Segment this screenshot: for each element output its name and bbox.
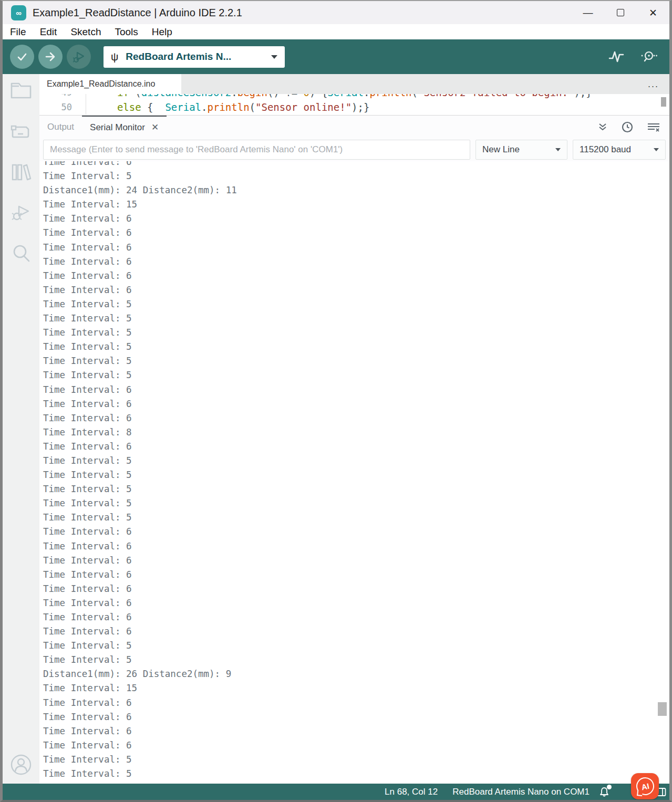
code-line: 49 if (distanceSensor2.begin() != 0) {Se… xyxy=(39,94,669,100)
baud-rate-value: 115200 baud xyxy=(580,144,631,155)
serial-line: Time Interval: 6 xyxy=(43,226,669,240)
tab-overflow-menu[interactable]: ... xyxy=(648,79,659,90)
serial-line: Time Interval: 6 xyxy=(43,283,669,297)
bug-play-icon xyxy=(72,50,86,64)
chevron-down-icon xyxy=(555,148,561,151)
code-editor[interactable]: 49 if (distanceSensor2.begin() != 0) {Se… xyxy=(39,94,669,115)
board-port-status: RedBoard Artemis Nano on COM1 xyxy=(452,787,590,797)
menu-file[interactable]: File xyxy=(3,26,33,38)
check-icon xyxy=(16,50,28,63)
menu-edit[interactable]: Edit xyxy=(33,26,64,38)
editor-scrollbar[interactable] xyxy=(661,97,666,107)
debug-sidebar-icon[interactable] xyxy=(9,201,33,224)
code-line: 50 else { Serial.println("Sensor online!… xyxy=(39,100,669,114)
maximize-icon xyxy=(617,9,624,16)
ai-assistant-button[interactable]: AI xyxy=(631,773,659,799)
serial-line: Distance1(mm): 26 Distance2(mm): 9 xyxy=(43,667,669,681)
boards-manager-icon[interactable] xyxy=(9,120,33,143)
serial-line: Time Interval: 5 xyxy=(43,340,669,354)
titlebar: ∞ Example1_ReadDistance | Arduino IDE 2.… xyxy=(3,1,669,24)
serial-monitor-tab-label: Serial Monitor xyxy=(90,122,145,133)
menu-help[interactable]: Help xyxy=(145,26,179,38)
menubar: FileEditSketchToolsHelp xyxy=(3,24,669,39)
arduino-logo-icon: ∞ xyxy=(11,5,26,20)
serial-line: Time Interval: 6 xyxy=(43,212,669,226)
tab-output[interactable]: Output xyxy=(39,116,82,138)
serial-monitor-icon[interactable] xyxy=(640,50,658,64)
upload-button[interactable] xyxy=(38,45,63,69)
close-button[interactable]: ✕ xyxy=(637,1,669,24)
serial-output-area[interactable]: Time Interval: 6Time Interval: 5Distance… xyxy=(39,161,669,784)
line-number: 50 xyxy=(39,100,86,114)
serial-line: Time Interval: 6 xyxy=(43,738,669,753)
serial-line: Time Interval: 15 xyxy=(43,681,669,695)
library-manager-icon[interactable] xyxy=(9,161,33,184)
serial-line: Time Interval: 6 xyxy=(43,554,669,568)
baud-rate-select[interactable]: 115200 baud xyxy=(573,140,666,160)
serial-line: Time Interval: 5 xyxy=(43,311,669,326)
minimize-button[interactable]: — xyxy=(572,1,604,24)
serial-scrollbar-thumb[interactable] xyxy=(658,702,667,716)
collapse-panel-icon[interactable] xyxy=(598,123,607,131)
serial-line: Time Interval: 6 xyxy=(43,241,669,255)
maximize-button[interactable] xyxy=(604,1,637,24)
account-icon[interactable] xyxy=(9,753,33,776)
activity-sidebar xyxy=(3,74,39,784)
serial-line: Time Interval: 5 xyxy=(43,511,669,525)
panel-header: Output Serial Monitor ✕ xyxy=(39,115,669,138)
serial-line: Time Interval: 6 xyxy=(43,568,669,582)
code-text: else { Serial.println("Sensor online!");… xyxy=(86,100,669,114)
toolbar: ψ RedBoard Artemis N... xyxy=(3,39,669,74)
clear-output-icon[interactable] xyxy=(647,122,660,132)
ai-label: AI xyxy=(640,781,649,791)
serial-line: Time Interval: 6 xyxy=(43,525,669,539)
window-title: Example1_ReadDistance | Arduino IDE 2.2.… xyxy=(33,7,242,19)
close-serial-monitor-icon[interactable]: ✕ xyxy=(151,122,159,133)
serial-line: Time Interval: 5 xyxy=(43,326,669,340)
arduino-ide-window: ∞ Example1_ReadDistance | Arduino IDE 2.… xyxy=(0,0,672,802)
line-ending-select[interactable]: New Line xyxy=(475,140,567,160)
board-selector-label: RedBoard Artemis N... xyxy=(126,51,231,63)
usb-icon: ψ xyxy=(111,51,118,63)
verify-button[interactable] xyxy=(10,45,34,69)
serial-line: Time Interval: 5 xyxy=(43,653,669,667)
serial-plotter-icon[interactable] xyxy=(608,50,624,64)
serial-line: Time Interval: 6 xyxy=(43,255,669,269)
chevron-down-icon xyxy=(271,55,277,59)
sketchbook-folder-icon[interactable] xyxy=(9,79,33,102)
serial-line: Time Interval: 6 xyxy=(43,696,669,710)
menu-sketch[interactable]: Sketch xyxy=(64,26,108,38)
serial-line: Time Interval: 5 xyxy=(43,354,669,368)
serial-line: Time Interval: 5 xyxy=(43,169,669,183)
serial-line: Time Interval: 15 xyxy=(43,197,669,212)
serial-line: Time Interval: 8 xyxy=(43,425,669,440)
line-ending-value: New Line xyxy=(482,144,520,155)
code-text: if (distanceSensor2.begin() != 0) {Seria… xyxy=(86,94,669,100)
serial-line: Time Interval: 5 xyxy=(43,496,669,511)
debug-button[interactable] xyxy=(67,45,91,69)
serial-line: Time Interval: 6 xyxy=(43,397,669,411)
editor-tabbar: Example1_ReadDistance.ino ... xyxy=(39,74,669,94)
serial-line: Time Interval: 6 xyxy=(43,539,669,554)
menu-tools[interactable]: Tools xyxy=(108,26,144,38)
tab-sketch[interactable]: Example1_ReadDistance.ino xyxy=(39,74,181,94)
serial-line: Time Interval: 6 xyxy=(43,710,669,724)
serial-message-input[interactable] xyxy=(43,140,470,160)
serial-line: Distance1(mm): 24 Distance2(mm): 11 xyxy=(43,183,669,197)
notifications-bell-icon[interactable] xyxy=(599,787,609,797)
serial-line: Time Interval: 6 xyxy=(43,596,669,610)
serial-line: Time Interval: 6 xyxy=(43,383,669,397)
board-selector[interactable]: ψ RedBoard Artemis N... xyxy=(104,46,285,68)
ai-bubble-icon: AI xyxy=(634,776,655,797)
timestamp-icon[interactable] xyxy=(622,121,633,133)
serial-line: Time Interval: 5 xyxy=(43,368,669,382)
serial-line: Time Interval: 6 xyxy=(43,411,669,425)
serial-line: Time Interval: 6 xyxy=(43,624,669,639)
serial-send-row: New Line 115200 baud xyxy=(39,138,669,161)
search-icon[interactable] xyxy=(9,242,33,265)
serial-line: Time Interval: 5 xyxy=(43,468,669,482)
tab-serial-monitor[interactable]: Serial Monitor ✕ xyxy=(82,116,167,138)
chevron-down-icon xyxy=(654,148,659,151)
serial-line: Time Interval: 6 xyxy=(43,610,669,624)
arrow-right-icon xyxy=(44,50,57,63)
